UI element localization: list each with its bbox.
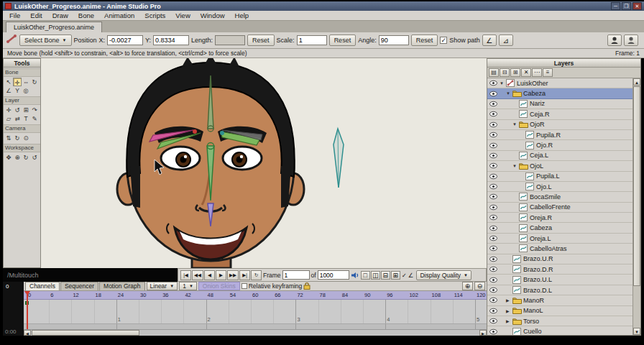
layer-row-bocasmile[interactable]: BocaSmile xyxy=(487,192,632,202)
layer-visibility-eye-icon[interactable] xyxy=(489,101,500,107)
path-check-icon[interactable]: ✓ xyxy=(402,272,407,279)
expand-down-icon[interactable]: ▼ xyxy=(512,122,519,126)
layer-visibility-eye-icon[interactable] xyxy=(489,162,500,169)
scale-input[interactable] xyxy=(297,35,327,45)
layer-visibility-eye-icon[interactable] xyxy=(489,214,500,221)
layer-row-manol[interactable]: ▶ManoL xyxy=(487,306,632,316)
translate-layer-tool[interactable]: ✛ xyxy=(4,106,13,114)
select-bone-tool[interactable]: ↖ xyxy=(4,78,13,86)
translate-bone-tool[interactable]: ✛ xyxy=(13,78,22,86)
layer-visibility-eye-icon[interactable] xyxy=(489,183,500,190)
layer-visibility-eye-icon[interactable] xyxy=(489,121,500,128)
cycle-dropdown[interactable]: 1▼ xyxy=(179,282,197,290)
select-bone-dropdown[interactable]: Select Bone▼ xyxy=(19,34,72,46)
layer-visibility-eye-icon[interactable] xyxy=(489,328,500,335)
timeline-zoom-out-icon[interactable]: ⊖ xyxy=(474,282,485,290)
layer-row-ceja.l[interactable]: Ceja.L xyxy=(487,151,632,161)
quad-view-button[interactable]: ⊞ xyxy=(391,271,400,280)
reparent-bone-tool[interactable]: Y xyxy=(13,86,22,95)
single-view-button[interactable]: □ xyxy=(361,271,370,280)
layer-row-oreja.l[interactable]: Oreja.L xyxy=(487,234,632,244)
menu-bone[interactable]: Bone xyxy=(73,11,99,20)
layer-visibility-eye-icon[interactable] xyxy=(489,297,500,303)
document-tab[interactable]: LuiskOther_Progreso.anime xyxy=(6,22,102,32)
total-frames-input[interactable] xyxy=(318,270,349,280)
layer-row-brazo.d.r[interactable]: Brazo.D.R xyxy=(487,264,632,275)
layer-visibility-eye-icon[interactable] xyxy=(489,245,500,252)
layer-row-cuello[interactable]: Cuello xyxy=(487,326,632,335)
rotate-layer-xy-tool[interactable]: ↷ xyxy=(30,106,39,114)
zoom-camera-tool[interactable]: ⊙ xyxy=(22,134,30,142)
rotate-layer-tool[interactable]: ↺ xyxy=(13,106,22,114)
timeline-tab-sequencer[interactable]: Sequencer xyxy=(60,282,98,290)
menu-edit[interactable]: Edit xyxy=(25,11,47,20)
x-input[interactable] xyxy=(107,35,143,45)
layer-visibility-eye-icon[interactable] xyxy=(489,142,500,149)
close-button[interactable]: ✕ xyxy=(632,2,642,10)
scroll-right-icon[interactable]: ▶ xyxy=(479,330,487,336)
layer-settings-button[interactable]: ≡ xyxy=(543,68,553,77)
layer-visibility-eye-icon[interactable] xyxy=(489,287,500,293)
layer-row-manor[interactable]: ▶ManoR xyxy=(487,295,632,305)
add-bone-tool[interactable]: ∠ xyxy=(4,86,13,95)
expand-down-icon[interactable]: ▼ xyxy=(512,164,519,168)
previous-keyframe-button[interactable]: ◀◀ xyxy=(192,270,203,280)
layer-row-ceja.r[interactable]: Ceja.R xyxy=(487,109,632,119)
layer-visibility-eye-icon[interactable] xyxy=(489,277,500,283)
roll-camera-tool[interactable]: ↻ xyxy=(13,134,22,142)
loop-button[interactable]: ↻ xyxy=(251,270,262,280)
layer-visibility-eye-icon[interactable] xyxy=(489,204,500,211)
menu-draw[interactable]: Draw xyxy=(47,11,73,20)
layer-row-pupila.r[interactable]: Pupila.R xyxy=(487,130,632,140)
layer-row-brazo.u.l[interactable]: Brazo.U.L xyxy=(487,275,632,285)
menu-file[interactable]: File xyxy=(4,11,25,20)
track-camera-tool[interactable]: ⇅ xyxy=(4,134,13,142)
flip-layer-tool[interactable]: ⇄ xyxy=(13,114,22,123)
layer-row-brazo.u.r[interactable]: Brazo.U.R xyxy=(487,254,632,264)
duplicate-layer-button[interactable]: ⊞ xyxy=(510,68,520,77)
zoom-layer-tool[interactable]: ⊞ xyxy=(22,106,30,114)
layer-row-nariz[interactable]: Nariz xyxy=(487,99,632,109)
layer-row-ojo.l[interactable]: Ojo.L xyxy=(487,182,632,192)
layer-visibility-eye-icon[interactable] xyxy=(489,152,500,159)
rewind-start-button[interactable]: |◀ xyxy=(180,270,191,280)
orbit-workspace-tool[interactable]: ↺ xyxy=(30,153,39,162)
layer-row-ojo.r[interactable]: Ojo.R xyxy=(487,140,632,150)
expand-right-icon[interactable]: ▶ xyxy=(506,318,512,323)
reset-scale-button[interactable]: Reset xyxy=(329,34,356,46)
maximize-button[interactable]: ❒ xyxy=(622,2,631,10)
layer-visibility-eye-icon[interactable] xyxy=(489,80,500,86)
scale-bone-tool[interactable]: ⇔ xyxy=(22,78,30,86)
layer-visibility-eye-icon[interactable] xyxy=(489,111,500,117)
timeline-tab-channels[interactable]: Channels xyxy=(25,282,60,290)
bone-strength-tool[interactable]: ◎ xyxy=(22,86,30,95)
expand-right-icon[interactable]: ▶ xyxy=(506,298,512,303)
split-horizontal-view-button[interactable]: ◫ xyxy=(371,271,380,280)
timeline-ruler[interactable]: 0612182430364248546066727884909610210811… xyxy=(24,291,487,300)
layer-row-ojol[interactable]: ▼OjoL xyxy=(487,161,632,171)
layer-row-cabeza[interactable]: ▼Cabeza xyxy=(487,88,632,98)
reset-angle-button[interactable]: Reset xyxy=(411,34,438,46)
layer-visibility-eye-icon[interactable] xyxy=(489,91,500,97)
layer-row-cabeza[interactable]: Cabeza xyxy=(487,223,632,233)
layer-visibility-eye-icon[interactable] xyxy=(489,193,500,200)
layer-row-ojor[interactable]: ▼OjoR xyxy=(487,120,632,130)
menu-scripts[interactable]: Scripts xyxy=(139,11,170,20)
layer-visibility-eye-icon[interactable] xyxy=(489,256,500,262)
expand-right-icon[interactable]: ▶ xyxy=(506,308,512,313)
timeline-tab-motion-graph[interactable]: Motion Graph xyxy=(99,282,145,290)
character-wizard-icon[interactable] xyxy=(607,34,622,46)
expand-down-icon[interactable]: ▼ xyxy=(500,81,506,86)
delete-layer-button[interactable]: ✕ xyxy=(521,68,531,77)
layer-visibility-eye-icon[interactable] xyxy=(489,225,500,231)
relative-keyframing-checkbox[interactable] xyxy=(242,283,247,289)
audio-icon[interactable] xyxy=(351,269,359,282)
more-options-button[interactable]: ⋯ xyxy=(532,68,542,77)
layer-row-torso[interactable]: ▶Torso xyxy=(487,316,632,326)
layer-visibility-eye-icon[interactable] xyxy=(489,235,500,242)
layer-row-pupila.l[interactable]: Pupila.L xyxy=(487,172,632,182)
text-tool[interactable]: T xyxy=(22,114,30,123)
timeline-zoom-in-icon[interactable]: ⊕ xyxy=(462,282,473,290)
display-quality-dropdown[interactable]: Display Quality▼ xyxy=(416,270,472,280)
layer-visibility-eye-icon[interactable] xyxy=(489,318,500,324)
